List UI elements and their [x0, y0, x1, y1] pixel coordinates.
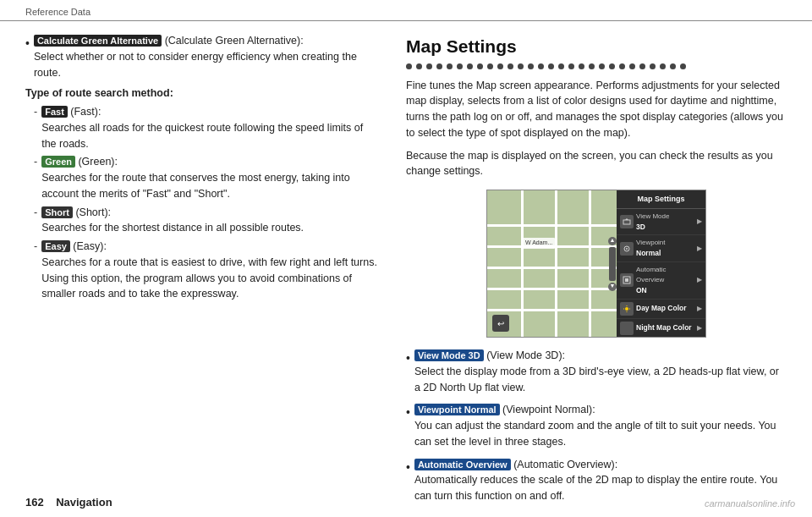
sub-item-fast: - Fast (Fast): Searches all roads for th… [34, 104, 381, 151]
sub-dash-short: - [34, 205, 37, 237]
autooverview-icon [620, 273, 634, 287]
viewpoint-normal-body: You can adjust the standard zoom and the… [414, 420, 776, 448]
dot-10 [497, 63, 503, 69]
dot-23 [629, 63, 635, 69]
header-label: Reference Data [25, 7, 91, 17]
viewmode3d-body: Select the display mode from a 3D bird's… [414, 366, 779, 393]
dot-2 [416, 63, 422, 69]
sidebar-nightcolor-value: Night Map Color [636, 322, 694, 333]
sidebar-row-viewmode: View Mode 3D ▶ [617, 209, 705, 236]
right-bullet-autooverview: • Automatic Overview (Automatic Overview… [406, 457, 787, 504]
sub-green-content: Green (Green): Searches for the route th… [41, 154, 381, 201]
dot-14 [538, 63, 544, 69]
map-scroll-indicator: ▲ ▼ [608, 237, 617, 291]
calc-green-label: (Calculate Green Alternative): [165, 35, 304, 47]
viewpoint-icon [620, 242, 634, 256]
road-h4 [487, 288, 618, 290]
map-screenshot-container: W Adam... ↩ ▲ ▼ Map Settings [406, 190, 787, 338]
green-body: Searches for the route that conserves th… [41, 172, 350, 200]
svg-rect-0 [623, 220, 630, 224]
sidebar-daycolor-arrow: ▶ [697, 304, 702, 314]
dot-24 [639, 63, 645, 69]
dot-15 [548, 63, 554, 69]
easy-label: (Easy): [73, 240, 107, 252]
sidebar-autooverview-text: Automatic Overview ON [636, 265, 694, 296]
right-bullet-viewpoint: • Viewpoint Normal (Viewpoint Normal): Y… [406, 402, 787, 449]
viewmode-icon [620, 215, 634, 228]
dot-3 [426, 63, 432, 69]
right-viewmode-content: View Mode 3D (View Mode 3D): Select the … [414, 348, 787, 395]
road-v3 [589, 190, 591, 338]
footer-section: Navigation [56, 496, 112, 509]
dot-9 [487, 63, 493, 69]
dot-18 [579, 63, 584, 69]
map-back-button[interactable]: ↩ [492, 315, 509, 332]
map-settings-body2: Because the map is displayed on the scre… [406, 148, 787, 180]
svg-marker-1 [625, 218, 628, 220]
sub-dash: - [34, 104, 37, 151]
sidebar-viewmode-label: View Mode [636, 212, 694, 222]
page-footer: 162 Navigation [25, 496, 112, 509]
left-column: • Calculate Green Alternative (Calculate… [25, 33, 381, 487]
sidebar-daycolor-text: Day Map Color [636, 303, 694, 314]
road-h5 [487, 309, 618, 311]
sub-item-green: - Green (Green): Searches for the route … [34, 154, 381, 201]
sidebar-nightcolor-text: Night Map Color [636, 322, 694, 333]
fast-label: (Fast): [70, 106, 101, 118]
road-v1 [521, 190, 524, 338]
right-bullet-dot-3: • [406, 459, 410, 476]
svg-point-6 [625, 307, 628, 311]
green-label: (Green): [78, 156, 118, 168]
sidebar-autooverview-value: ON [636, 285, 694, 296]
content-area: • Calculate Green Alternative (Calculate… [0, 21, 812, 487]
daycolor-icon [620, 302, 634, 316]
dot-6 [457, 63, 463, 69]
sidebar-row-autooverview: Automatic Overview ON ▶ [617, 262, 705, 300]
bullet-calc-green: • Calculate Green Alternative (Calculate… [25, 33, 381, 80]
map-settings-title: Map Settings [406, 33, 787, 60]
short-label: (Short): [75, 206, 111, 218]
viewpoint-normal-highlight: Viewpoint Normal [414, 404, 500, 415]
sidebar-autooverview-label: Automatic Overview [636, 265, 694, 285]
dot-12 [518, 63, 524, 69]
route-section-title: Type of route search method: [25, 85, 381, 102]
sidebar-row-viewpoint: Viewpoint Normal ▶ [617, 235, 705, 262]
sidebar-nightcolor-arrow: ▶ [697, 323, 702, 333]
easy-highlight: Easy [41, 240, 70, 252]
sidebar-viewpoint-value: Normal [636, 248, 694, 259]
dot-20 [599, 63, 605, 69]
easy-body: Searches for a route that is easiest to … [41, 256, 377, 300]
sub-item-short: - Short (Short): Searches for the shorte… [34, 205, 381, 237]
map-settings-body1: Fine tunes the Map screen appearance. Pe… [406, 78, 787, 141]
road-h1 [487, 224, 618, 227]
dot-17 [568, 63, 574, 69]
sub-fast-content: Fast (Fast): Searches all roads for the … [41, 104, 381, 151]
sidebar-viewmode-arrow: ▶ [697, 217, 702, 227]
map-sidebar: Map Settings View Mode 3D ▶ [617, 190, 705, 337]
map-sidebar-title: Map Settings [617, 190, 705, 209]
dot-13 [528, 63, 534, 69]
map-screenshot: W Adam... ↩ ▲ ▼ Map Settings [486, 190, 706, 338]
sidebar-row-nightcolor: Night Map Color ▶ [617, 319, 705, 338]
sidebar-autooverview-arrow: ▶ [697, 275, 702, 285]
dot-22 [619, 63, 625, 69]
dot-28 [680, 63, 686, 69]
sidebar-viewpoint-label: Viewpoint [636, 238, 694, 248]
right-bullet-dot-1: • [406, 349, 410, 367]
sidebar-viewmode-text: View Mode 3D [636, 212, 694, 233]
fast-body: Searches all roads for the quickest rout… [41, 122, 363, 150]
short-highlight: Short [41, 206, 73, 218]
sub-dash-easy: - [34, 239, 37, 302]
dot-11 [508, 63, 513, 69]
nightcolor-icon [620, 322, 634, 335]
sidebar-daycolor-value: Day Map Color [636, 303, 694, 314]
dot-4 [436, 63, 442, 69]
sub-short-content: Short (Short): Searches for the shortest… [41, 205, 304, 237]
right-column: Map Settings [406, 33, 787, 487]
right-autooverview-content: Automatic Overview (Automatic Overview):… [414, 457, 787, 504]
map-street-label: W Adam... [523, 238, 555, 249]
sub-item-easy: - Easy (Easy): Searches for a route that… [34, 239, 381, 302]
sidebar-viewpoint-arrow: ▶ [697, 244, 702, 254]
page-number: 162 [25, 496, 44, 509]
dots-divider [406, 63, 787, 69]
